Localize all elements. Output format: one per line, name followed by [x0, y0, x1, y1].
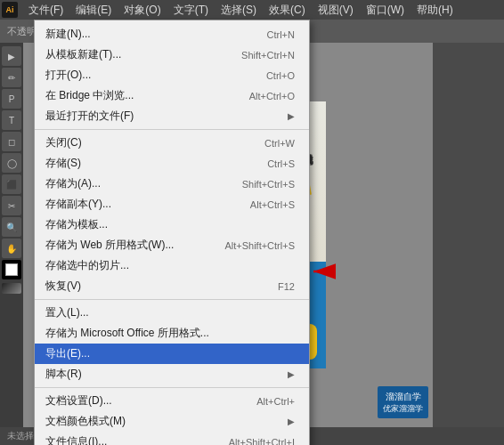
divider-1 — [35, 129, 309, 130]
menu-browse-bridge[interactable]: 在 Bridge 中浏览... Alt+Ctrl+O — [35, 85, 309, 106]
menu-window[interactable]: 窗口(W) — [361, 1, 410, 20]
menu-save-slices[interactable]: 存储选中的切片... — [35, 255, 309, 276]
menu-export[interactable]: 导出(E)... — [35, 344, 309, 364]
menu-select[interactable]: 选择(S) — [215, 1, 262, 20]
menu-save[interactable]: 存储(S) Ctrl+S — [35, 153, 309, 174]
tool-zoom[interactable]: 🔍 — [2, 217, 21, 237]
watermark: 溜溜自学 优家溜溜学 — [378, 386, 428, 419]
menu-file-info[interactable]: 文件信息(I)... Alt+Shift+Ctrl+I — [35, 432, 309, 445]
tool-draw[interactable]: ✏ — [2, 68, 21, 87]
menu-save-office[interactable]: 存储为 Microsoft Office 所用格式... — [35, 323, 309, 344]
menu-new[interactable]: 新建(N)... Ctrl+N — [35, 24, 309, 44]
menu-type[interactable]: 文字(T) — [168, 1, 214, 20]
left-toolbar: ▶ ✏ P T ◻ ◯ ⬛ ✂ 🔍 ✋ — [0, 43, 23, 445]
menu-recent[interactable]: 最近打开的文件(F) ▶ — [35, 106, 309, 126]
tool-ellipse[interactable]: ◯ — [2, 153, 21, 173]
tool-rect[interactable]: ◻ — [2, 132, 21, 151]
menu-effect[interactable]: 效果(C) — [264, 1, 311, 20]
menu-open[interactable]: 打开(O)... Ctrl+O — [35, 65, 309, 85]
tool-scissors[interactable]: ✂ — [2, 196, 21, 215]
menu-save-template[interactable]: 存储为模板... — [35, 214, 309, 235]
menu-place[interactable]: 置入(L)... — [35, 303, 309, 323]
menu-edit[interactable]: 编辑(E) — [70, 1, 117, 20]
watermark-line1: 溜溜自学 — [383, 390, 423, 403]
divider-2 — [35, 299, 309, 300]
gradient-tool[interactable] — [2, 283, 21, 294]
menu-revert[interactable]: 恢复(V) F12 — [35, 276, 309, 296]
menu-help[interactable]: 帮助(H) — [411, 1, 459, 20]
color-fill[interactable] — [2, 260, 21, 279]
menu-file[interactable]: 文件(F) — [23, 1, 69, 20]
status-text: 未选择 — [7, 430, 34, 442]
tool-text[interactable]: T — [2, 110, 21, 130]
file-dropdown-menu: 新建(N)... Ctrl+N 从模板新建(T)... Shift+Ctrl+N… — [34, 20, 310, 445]
tool-pen[interactable]: P — [2, 89, 21, 109]
tool-hand[interactable]: ✋ — [2, 239, 21, 258]
divider-3 — [35, 387, 309, 388]
menu-save-web[interactable]: 存储为 Web 所用格式(W)... Alt+Shift+Ctrl+S — [35, 235, 309, 255]
tool-fill[interactable]: ⬛ — [2, 174, 21, 194]
menu-doc-color[interactable]: 文档颜色模式(M) ▶ — [35, 411, 309, 432]
menu-save-copy[interactable]: 存储副本(Y)... Alt+Ctrl+S — [35, 194, 309, 214]
ai-logo: Ai — [2, 2, 18, 18]
menu-view[interactable]: 视图(V) — [313, 1, 359, 20]
top-menu-bar: 文件(F) 编辑(E) 对象(O) 文字(T) 选择(S) 效果(C) 视图(V… — [0, 0, 504, 20]
right-panel — [433, 43, 504, 445]
tool-select[interactable]: ▶ — [2, 46, 21, 66]
menu-doc-settings[interactable]: 文档设置(D)... Alt+Ctrl+ — [35, 391, 309, 411]
menu-object[interactable]: 对象(O) — [118, 1, 166, 20]
menu-scripts[interactable]: 脚本(R) ▶ — [35, 364, 309, 384]
watermark-line2: 优家溜溜学 — [383, 403, 423, 416]
menu-save-as[interactable]: 存储为(A)... Shift+Ctrl+S — [35, 174, 309, 194]
menu-new-template[interactable]: 从模板新建(T)... Shift+Ctrl+N — [35, 44, 309, 65]
menu-close[interactable]: 关闭(C) Ctrl+W — [35, 133, 309, 153]
